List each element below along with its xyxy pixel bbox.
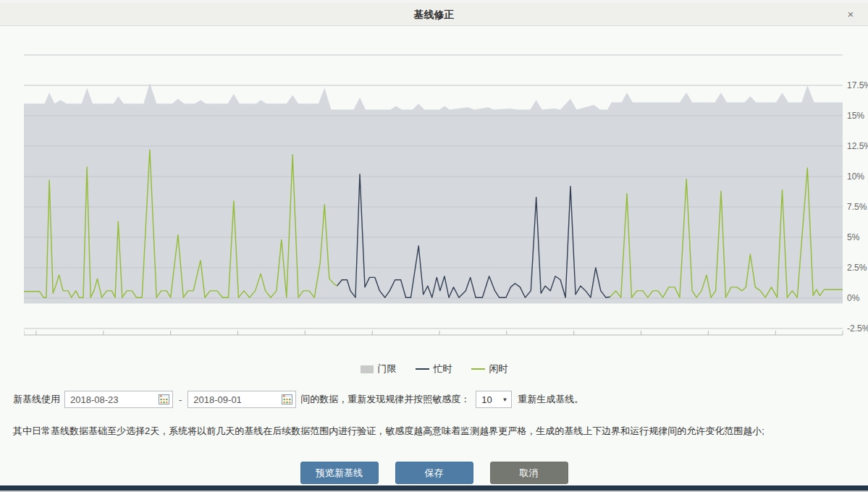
calendar-icon[interactable] bbox=[159, 394, 169, 404]
sensitivity-select[interactable]: 10 ▼ bbox=[476, 391, 512, 408]
date-range-separator: - bbox=[179, 394, 182, 405]
dialog-title: 基线修正 bbox=[0, 3, 868, 26]
form-prefix-label: 新基线使用 bbox=[13, 393, 60, 406]
form-middle-label: 间的数据，重新发现规律并按照敏感度： bbox=[300, 393, 470, 406]
legend-item-threshold: 门限 bbox=[361, 362, 397, 376]
date-to-input[interactable] bbox=[187, 391, 296, 408]
svg-text:12.5%: 12.5% bbox=[847, 141, 868, 151]
dialog-header: 基线修正 × bbox=[0, 3, 868, 26]
legend-label: 门限 bbox=[378, 362, 397, 376]
date-from-input[interactable] bbox=[64, 391, 173, 408]
dialog-buttons: 预览新基线 保存 取消 bbox=[0, 462, 868, 484]
svg-text:10%: 10% bbox=[847, 171, 864, 182]
save-button[interactable]: 保存 bbox=[395, 462, 473, 484]
form-suffix-label: 重新生成基线。 bbox=[518, 393, 583, 406]
baseline-form-row: 新基线使用 - bbox=[13, 390, 583, 409]
busy-line-swatch-icon bbox=[416, 368, 429, 370]
svg-text:7.5%: 7.5% bbox=[847, 202, 867, 212]
preview-new-baseline-button[interactable]: 预览新基线 bbox=[300, 462, 379, 484]
chevron-down-icon: ▼ bbox=[502, 396, 507, 403]
legend-item-idle: 闲时 bbox=[471, 362, 508, 376]
svg-text:5%: 5% bbox=[847, 232, 860, 242]
baseline-chart: 00:0002:0004:0006:0008:0010:0012:0014:00… bbox=[24, 49, 868, 340]
cancel-button[interactable]: 取消 bbox=[490, 462, 568, 484]
date-from-wrap bbox=[64, 391, 173, 408]
legend-label: 闲时 bbox=[489, 362, 508, 376]
sensitivity-value: 10 bbox=[481, 394, 492, 405]
chart-legend: 门限 忙时 闲时 bbox=[0, 362, 868, 376]
legend-item-busy: 忙时 bbox=[416, 362, 452, 376]
threshold-swatch-icon bbox=[361, 365, 374, 373]
calendar-icon[interactable] bbox=[282, 394, 292, 404]
svg-text:17.5%: 17.5% bbox=[847, 80, 868, 90]
baseline-correction-dialog: 基线修正 × 00:0002:0004:0006:0008:0010:0012:… bbox=[0, 3, 868, 486]
baseline-note-text: 其中日常基线数据基础至少选择2天，系统将以前几天的基线在后续数据范围内进行验证，… bbox=[13, 425, 860, 438]
svg-text:0%: 0% bbox=[847, 293, 860, 303]
svg-text:15%: 15% bbox=[847, 111, 864, 121]
legend-label: 忙时 bbox=[434, 362, 452, 376]
idle-line-swatch-icon bbox=[471, 368, 485, 370]
svg-text:-2.5%: -2.5% bbox=[847, 323, 868, 334]
date-to-wrap bbox=[187, 391, 296, 408]
svg-text:2.5%: 2.5% bbox=[847, 263, 867, 273]
close-icon[interactable]: × bbox=[843, 3, 858, 26]
